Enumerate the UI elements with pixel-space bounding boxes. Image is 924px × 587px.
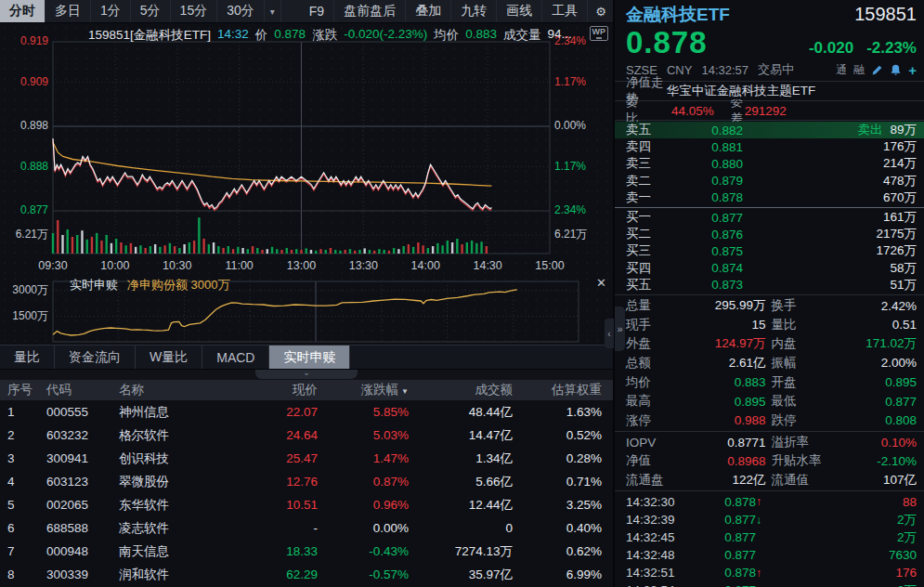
tong-badge[interactable]: 通 bbox=[836, 62, 847, 78]
order-book: 卖五0.882卖出89万卖四0.881176万卖三0.880214万卖二0.87… bbox=[615, 121, 924, 295]
price-change-pct: -2.23% bbox=[866, 39, 917, 58]
add-icon[interactable]: + bbox=[908, 63, 917, 77]
cell-code: 603232 bbox=[43, 428, 115, 442]
ask-level-label: 卖四 bbox=[626, 138, 680, 155]
tick-time: 14:32:51 bbox=[626, 566, 700, 580]
period-tab[interactable]: 分时 bbox=[0, 0, 46, 22]
period-tab[interactable]: 5分 bbox=[131, 0, 171, 22]
quote-header: 金融科技ETF 159851 0.878 -0.020 -2.23% SZSE … bbox=[615, 0, 924, 82]
cell-price: 24.64 bbox=[254, 428, 321, 442]
change-value: -0.020(-2.23%) bbox=[344, 27, 427, 44]
ask-row[interactable]: 卖四0.881176万 bbox=[615, 138, 924, 155]
ask-row[interactable]: 卖一0.878670万 bbox=[615, 189, 924, 206]
volume-bar bbox=[471, 241, 473, 254]
toolbar-action[interactable]: 画线 bbox=[497, 0, 542, 22]
tick-row[interactable]: 14:32:540.877↓6万 bbox=[615, 581, 924, 587]
fund-full-name: 华宝中证金融科技主题ETF bbox=[667, 83, 917, 99]
cell-seq: 6 bbox=[0, 521, 43, 535]
table-row[interactable]: 3300941创识科技25.471.47%1.34亿0.28% bbox=[0, 447, 613, 470]
ask-row[interactable]: 卖三0.880214万 bbox=[615, 155, 924, 172]
cell-change-pct: -0.43% bbox=[321, 544, 412, 558]
table-row[interactable]: 2603232格尔软件24.645.03%14.47亿0.52% bbox=[0, 424, 613, 447]
table-header-cell[interactable]: 涨跌幅▼ bbox=[321, 382, 412, 398]
volume-bar bbox=[241, 248, 243, 254]
table-row[interactable]: 4603123翠微股份12.760.87%5.66亿0.71% bbox=[0, 470, 613, 493]
toolbar-action[interactable]: 盘前盘后 bbox=[334, 0, 406, 22]
intraday-chart-panel[interactable]: 159851[金融科技ETF] 14:32 价 0.878 涨跌 -0.020(… bbox=[0, 23, 613, 275]
volume-bar bbox=[334, 250, 336, 254]
table-header-cell[interactable]: 现价 bbox=[254, 382, 321, 398]
table-header-cell[interactable]: 序号 bbox=[0, 382, 43, 398]
cell-name: 创识科技 bbox=[115, 450, 254, 467]
volume-bar bbox=[291, 250, 293, 254]
bid-row[interactable]: 买四0.87458万 bbox=[615, 260, 924, 277]
table-header-cell[interactable]: 成交额 bbox=[412, 382, 516, 398]
period-tab[interactable]: 1分 bbox=[91, 0, 131, 22]
toolbar-action[interactable]: 工具 bbox=[542, 0, 588, 22]
table-header-cell[interactable]: 代码 bbox=[43, 382, 115, 398]
tick-row[interactable]: 14:32:300.878↑88 bbox=[615, 493, 924, 511]
gear-icon[interactable]: ⚙ bbox=[588, 0, 615, 22]
stat-value: 2.42% bbox=[881, 299, 917, 313]
tick-row[interactable]: 14:32:450.8772万 bbox=[615, 528, 924, 546]
cell-name: 格尔软件 bbox=[115, 427, 254, 444]
period-dropdown-icon[interactable]: ▾ bbox=[265, 0, 281, 22]
nav-trend-row[interactable]: 净值走势 华宝中证金融科技主题ETF bbox=[615, 82, 924, 101]
toolbar-action[interactable]: 九转 bbox=[451, 0, 497, 22]
bid-row[interactable]: 买二0.8762175万 bbox=[615, 226, 924, 242]
bid-price: 0.877 bbox=[680, 211, 743, 225]
table-header-cell[interactable]: 估算权重 bbox=[516, 382, 605, 398]
indicator-tab-item[interactable]: MACD bbox=[202, 346, 269, 369]
ask-level-label: 卖五 bbox=[626, 122, 680, 138]
x-axis-label: 11:00 bbox=[225, 259, 253, 272]
intraday-chart[interactable]: 0.9190.9090.8980.8880.8772.34%1.17%0.00%… bbox=[0, 23, 613, 275]
book-divider bbox=[615, 207, 924, 208]
bid-volume: 2175万 bbox=[876, 226, 917, 242]
table-row[interactable]: 1000555神州信息22.075.85%48.44亿1.63% bbox=[0, 400, 613, 424]
indicator-tab-item[interactable]: 量比 bbox=[0, 346, 55, 369]
realtime-subscription-panel[interactable]: 实时申赎 净申购份额 3000万 ✕ 3000万1500万 bbox=[0, 275, 613, 345]
table-row[interactable]: 6688588凌志软件-0.00%00.40% bbox=[0, 516, 613, 540]
ask-row[interactable]: 卖二0.879478万 bbox=[615, 173, 924, 189]
toolbar-action[interactable]: 叠加 bbox=[406, 0, 451, 22]
period-tab[interactable]: 15分 bbox=[171, 0, 218, 22]
trading-terminal: 分时多日1分5分15分30分▾F9盘前盘后叠加九转画线工具⚙?› 159851[… bbox=[0, 0, 924, 587]
indicator-tab-item[interactable]: 资金流向 bbox=[55, 346, 136, 369]
ask-row[interactable]: 卖五0.882卖出89万 bbox=[615, 122, 924, 138]
volume-bar bbox=[383, 250, 384, 254]
close-icon[interactable]: ✕ bbox=[596, 276, 606, 290]
rong-badge[interactable]: 融 bbox=[853, 62, 865, 78]
indicator-tab-active[interactable]: 实时申赎 bbox=[269, 346, 350, 369]
cell-change-pct: 0.00% bbox=[321, 521, 412, 535]
table-header-cell[interactable]: 名称 bbox=[115, 382, 254, 398]
period-tab[interactable]: 30分 bbox=[217, 0, 265, 22]
period-tab[interactable]: 多日 bbox=[46, 0, 91, 22]
volume-bar bbox=[363, 248, 365, 254]
stat-cell: 跌停0.808 bbox=[772, 412, 917, 429]
indicator-tab-item[interactable]: W量比 bbox=[136, 346, 202, 369]
tick-row[interactable]: 14:32:480.8777630 bbox=[615, 546, 924, 564]
stat-value: 0.808 bbox=[885, 413, 917, 427]
table-row[interactable]: 8300339润和软件62.29-0.57%35.97亿6.99% bbox=[0, 563, 613, 586]
tick-row[interactable]: 14:32:390.877↓2万 bbox=[615, 511, 924, 528]
volume-bar bbox=[57, 220, 59, 254]
bid-row[interactable]: 买一0.877161万 bbox=[615, 209, 924, 226]
table-row[interactable]: 7000948南天信息18.33-0.43%7274.13万0.62% bbox=[0, 540, 613, 563]
volume-bar bbox=[325, 250, 327, 254]
constituents-table: 序号代码名称现价涨跌幅▼成交额估算权重 1000555神州信息22.075.85… bbox=[0, 380, 613, 587]
x-axis-label: 15:00 bbox=[535, 259, 564, 272]
tick-row[interactable]: 14:32:510.878↑176 bbox=[615, 564, 924, 581]
splitter-handle[interactable]: ⌄ bbox=[255, 370, 358, 379]
bid-row[interactable]: 买三0.8751726万 bbox=[615, 242, 924, 259]
table-row[interactable]: 5002065东华软件10.510.96%12.44亿3.25% bbox=[0, 493, 613, 516]
wp-window-icon[interactable]: WP bbox=[590, 26, 609, 41]
bid-row[interactable]: 买五0.87351万 bbox=[615, 277, 924, 294]
collapse-right-panel-handle[interactable]: ‹ bbox=[605, 319, 614, 348]
toolbar-action[interactable]: F9 bbox=[300, 0, 334, 22]
bell-icon[interactable] bbox=[890, 64, 902, 76]
stat-row: 均价0.883开盘0.895 bbox=[615, 372, 924, 392]
price-change: -0.020 bbox=[809, 39, 853, 58]
pencil-icon[interactable] bbox=[871, 64, 883, 76]
stat-label: 外盘 bbox=[626, 335, 651, 352]
expand-panel-handle[interactable]: » bbox=[615, 307, 625, 351]
